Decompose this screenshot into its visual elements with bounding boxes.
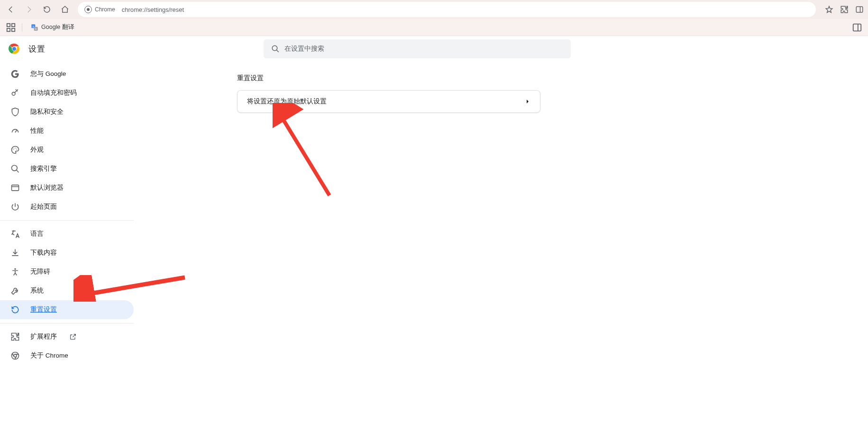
bookmark-star-button[interactable] [822,3,836,16]
star-icon [825,5,833,14]
sidebar-item-label: 性能 [30,127,44,135]
sidebar-extensions[interactable]: 扩展程序 [0,327,134,346]
svg-rect-6 [7,28,10,31]
home-icon [61,5,69,14]
home-button[interactable] [57,1,73,18]
google-g-icon [10,69,20,79]
sidebar-reset[interactable]: 重置设置 [0,300,134,319]
bookmark-label: Google 翻译 [41,23,74,31]
settings-sidebar: 您与 Google 自动填充和密码 隐私和安全 性能 外观 [0,62,134,424]
svg-point-17 [272,46,277,51]
omnibox-url-text: chrome://settings/reset [122,6,184,13]
svg-text:文: 文 [32,25,35,28]
sidebar-item-label: 语言 [30,230,44,238]
wrench-icon [10,286,20,295]
browser-chrome-bar: Chrome chrome://settings/reset [0,0,868,19]
sidebar-search-engine[interactable]: 搜索引擎 [0,159,134,178]
sidebar-item-label: 重置设置 [30,305,57,314]
svg-point-19 [12,92,15,95]
svg-line-18 [276,50,279,52]
sidebar-on-startup[interactable]: 起始页面 [0,197,134,216]
arrow-right-icon [25,5,33,14]
sidepanel-icon [852,22,862,33]
apps-grid-icon [6,22,16,33]
sidebar-appearance[interactable]: 外观 [0,140,134,159]
svg-rect-4 [7,23,10,26]
sidebar-item-label: 扩展程序 [30,332,57,341]
back-button[interactable] [3,1,19,18]
sidepanel-button[interactable] [853,3,866,16]
svg-point-21 [13,149,14,150]
download-icon [10,248,20,258]
chrome-icon [84,6,92,13]
svg-rect-26 [12,185,19,191]
sidebar-downloads[interactable]: 下载内容 [0,243,134,262]
main-area: 您与 Google 自动填充和密码 隐私和安全 性能 外观 [0,62,868,424]
sidepanel-icon [855,5,864,14]
power-icon [10,202,20,212]
arrow-left-icon [7,5,15,14]
language-icon [10,229,20,239]
accessibility-icon [10,267,20,277]
sidebar-default-browser[interactable]: 默认浏览器 [0,178,134,197]
section-title: 重置设置 [237,74,868,83]
extension-icon [10,332,20,341]
sidebar-performance[interactable]: 性能 [0,121,134,140]
puzzle-icon [840,5,849,14]
sidebar-accessibility[interactable]: 无障碍 [0,262,134,281]
sidebar-item-label: 默认浏览器 [30,184,64,192]
reset-to-defaults-row[interactable]: 将设置还原为原始默认设置 [238,91,540,112]
chrome-outline-icon [10,351,20,360]
sidebar-item-label: 无障碍 [30,267,50,276]
extensions-button[interactable] [838,3,851,16]
reload-button[interactable] [39,1,55,18]
chrome-logo-icon [9,43,20,55]
settings-search-box[interactable]: 在设置中搜索 [264,39,571,58]
bookmark-google-translate[interactable]: 文 A Google 翻译 [28,21,77,33]
svg-point-23 [17,149,18,150]
svg-text:A: A [35,28,37,30]
settings-header: 设置 在设置中搜索 [0,36,868,62]
svg-line-20 [15,130,17,132]
sidebar-autofill[interactable]: 自动填充和密码 [0,83,134,102]
sidebar-divider [0,220,134,221]
sidebar-system[interactable]: 系统 [0,281,134,300]
svg-point-1 [87,8,90,11]
sidebar-language[interactable]: 语言 [0,224,134,243]
shield-icon [10,107,20,117]
sidebar-about-chrome[interactable]: 关于 Chrome [0,346,134,365]
reset-card: 将设置还原为原始默认设置 [237,90,540,113]
sidebar-privacy[interactable]: 隐私和安全 [0,102,134,121]
sidebar-you-and-google[interactable]: 您与 Google [0,65,134,83]
bookmark-overflow[interactable] [852,22,862,33]
sidebar-divider [0,323,134,323]
svg-point-22 [15,147,16,148]
reset-row-label: 将设置还原为原始默认设置 [247,97,327,106]
site-chip-label: Chrome [95,6,115,13]
svg-rect-2 [856,7,863,12]
sidebar-item-label: 系统 [30,286,44,295]
reset-icon [10,305,20,314]
sidebar-item-label: 您与 Google [30,70,66,78]
svg-rect-12 [853,24,861,31]
sidebar-item-label: 关于 Chrome [30,351,68,360]
sidebar-item-label: 自动填充和密码 [30,89,77,97]
search-icon [271,45,280,53]
sidebar-item-label: 搜索引擎 [30,165,57,173]
chevron-right-icon [525,99,530,104]
site-info-chip[interactable]: Chrome [84,6,118,13]
svg-rect-5 [12,23,15,26]
speedometer-icon [10,126,20,136]
sidebar-item-label: 外观 [30,146,44,154]
search-placeholder: 在设置中搜索 [284,45,324,53]
svg-point-28 [14,268,16,270]
bookmark-bar: 文 A Google 翻译 [0,19,868,36]
key-icon [10,88,20,98]
settings-content: 重置设置 将设置还原为原始默认设置 [134,62,868,424]
forward-button[interactable] [21,1,37,18]
apps-button[interactable] [6,22,16,33]
search-icon [10,164,20,174]
translate-icon: 文 A [31,24,38,31]
sidebar-item-label: 隐私和安全 [30,108,64,116]
omnibox[interactable]: Chrome chrome://settings/reset [78,2,816,17]
